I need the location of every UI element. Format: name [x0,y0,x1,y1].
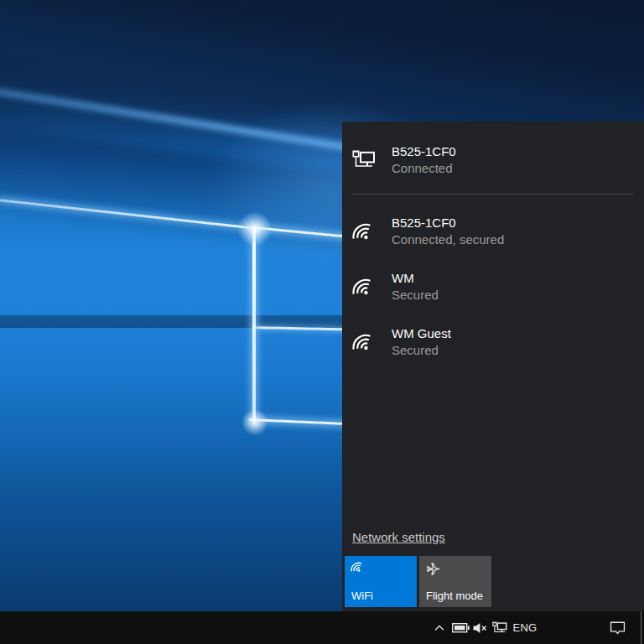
network-tray-icon[interactable] [491,620,508,636]
wallpaper-glow [237,211,273,247]
volume-muted-icon[interactable] [470,620,488,636]
network-name: WM Guest [392,325,451,342]
wifi-network-item[interactable]: WM Guest Secured [342,319,644,366]
flight-mode-icon [425,561,441,577]
network-status: Secured [392,342,451,359]
wifi-network-item[interactable]: B525-1CF0 Connected, secured [342,208,644,255]
action-center-icon[interactable] [607,619,627,637]
network-flyout: B525-1CF0 Connected B525-1CF0 Connected, [342,122,644,611]
quick-action-tiles: WiFi Flight mode [345,556,491,607]
show-desktop-strip[interactable] [641,611,644,644]
network-status: Connected, secured [392,231,504,248]
network-name: B525-1CF0 [392,215,504,231]
chevron-up-icon [434,622,445,634]
network-name: WM [392,270,439,287]
wifi-network-item[interactable]: WM Secured [342,263,644,310]
network-name: B525-1CF0 [392,143,456,160]
wallpaper-window-edge [252,227,256,422]
network-status: Connected [392,160,456,177]
battery-icon[interactable] [450,620,470,636]
show-hidden-icons-button[interactable] [431,620,448,636]
wifi-icon [352,277,377,298]
language-indicator[interactable]: ENG [512,620,538,636]
wifi-toggle-tile[interactable]: WiFi [345,556,417,607]
ethernet-icon [352,150,377,170]
wifi-icon [352,332,377,353]
wallpaper-glow [242,409,268,436]
flyout-divider [352,194,634,195]
network-settings-link[interactable]: Network settings [352,529,445,546]
flight-mode-toggle-tile[interactable]: Flight mode [419,556,491,607]
taskbar: ENG [0,611,644,644]
wifi-icon [352,221,377,242]
wifi-icon [351,561,365,574]
tile-label: WiFi [351,589,373,602]
tile-label: Flight mode [426,589,483,602]
network-item-ethernet[interactable]: B525-1CF0 Connected [342,137,644,184]
desktop: B525-1CF0 Connected B525-1CF0 Connected, [0,0,644,644]
wallpaper-window-band [0,315,361,328]
network-status: Secured [392,287,439,304]
